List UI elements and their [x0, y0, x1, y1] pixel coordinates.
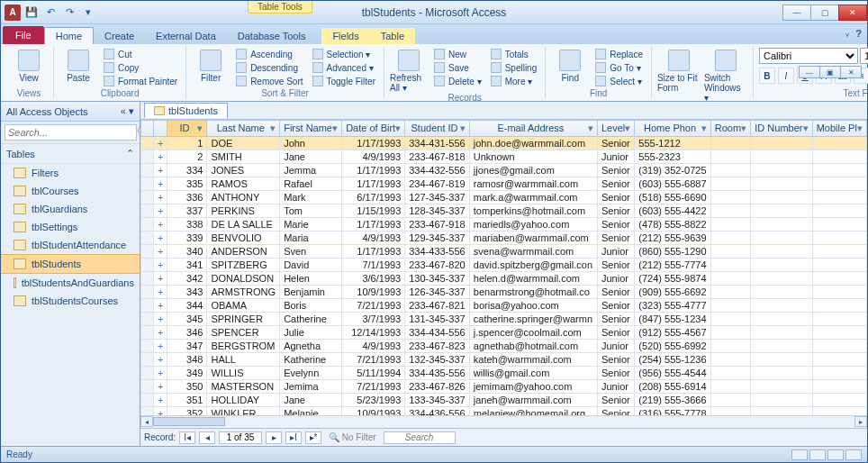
table-row[interactable]: +346SPENCERJulie12/14/1993334-434-556j.s…: [141, 326, 867, 340]
table-row[interactable]: +348HALLKatherine7/21/1993132-345-337kat…: [141, 353, 867, 367]
minimize-button[interactable]: —: [782, 5, 811, 21]
datasheet-view-icon[interactable]: [791, 449, 808, 460]
paste-button[interactable]: Paste: [59, 48, 97, 83]
view-button[interactable]: View: [10, 48, 48, 83]
column-header[interactable]: Mobile Pl ▾: [812, 121, 866, 137]
expand-row-icon[interactable]: +: [154, 177, 167, 191]
scroll-left-button[interactable]: ◂: [140, 416, 153, 427]
column-header[interactable]: E-mail Address ▾: [469, 121, 597, 137]
layout-view-icon[interactable]: [827, 449, 844, 460]
row-selector[interactable]: [141, 326, 154, 340]
nav-item-tblstudentscourses[interactable]: tblStudentsCourses: [1, 292, 140, 310]
expand-row-icon[interactable]: +: [154, 313, 167, 326]
row-selector[interactable]: [141, 407, 154, 416]
advanced-button[interactable]: Advanced ▾: [310, 61, 378, 74]
totals-button[interactable]: Totals: [488, 48, 540, 60]
scroll-thumb[interactable]: [153, 417, 225, 426]
selection-button[interactable]: Selection ▾: [310, 48, 378, 60]
column-header[interactable]: Date of Birt ▾: [342, 121, 405, 137]
column-header[interactable]: Room ▾: [710, 121, 750, 137]
row-selector[interactable]: [141, 272, 154, 286]
expand-row-icon[interactable]: +: [154, 164, 167, 177]
table-row[interactable]: +336ANTHONYMark6/17/1993127-345-337mark.…: [141, 191, 867, 204]
record-search-input[interactable]: [384, 431, 456, 444]
table-row[interactable]: +340ANDERSONSven1/17/1993334-433-556sven…: [141, 245, 867, 259]
row-selector[interactable]: [141, 245, 154, 259]
expand-row-icon[interactable]: +: [154, 191, 167, 204]
record-position-input[interactable]: [219, 431, 262, 444]
font-size-select[interactable]: 11: [860, 48, 868, 64]
tab-database-tools[interactable]: Database Tools: [227, 28, 317, 44]
row-selector[interactable]: [141, 394, 154, 407]
toggle-filter-button[interactable]: Toggle Filter: [310, 75, 378, 87]
table-row[interactable]: +341SPITZBERGDavid7/1/1993233-467-820dav…: [141, 259, 867, 272]
cut-button[interactable]: Cut: [101, 48, 180, 60]
column-dropdown-icon[interactable]: ▾: [741, 123, 746, 134]
table-row[interactable]: +337PERKINSTom1/15/1993128-345-337tomper…: [141, 204, 867, 218]
table-row[interactable]: +350MASTERSONJemima7/21/1993233-467-826j…: [141, 380, 867, 394]
select-button[interactable]: Select ▾: [592, 75, 646, 87]
datasheet-tab[interactable]: tblStudents: [144, 103, 228, 118]
row-selector[interactable]: [141, 353, 154, 367]
spelling-button[interactable]: Spelling: [488, 61, 540, 74]
table-row[interactable]: +2SMITHJane4/9/1993233-467-818UnknownJun…: [141, 150, 867, 164]
row-selector[interactable]: [141, 204, 154, 218]
table-row[interactable]: +342DONALDSONHelen3/6/1993130-345-337hel…: [141, 272, 867, 286]
goto-button[interactable]: Go To ▾: [592, 61, 646, 74]
first-record-button[interactable]: I◂: [179, 431, 195, 444]
column-header[interactable]: Home Phon ▾: [635, 121, 710, 137]
horizontal-scrollbar[interactable]: ◂ ▸: [140, 415, 867, 428]
next-record-button[interactable]: ▸: [266, 431, 282, 444]
expand-row-icon[interactable]: +: [154, 259, 167, 272]
child-close-button[interactable]: ✕: [840, 66, 862, 78]
child-restore-button[interactable]: ▣: [819, 66, 841, 78]
save-record-button[interactable]: Save: [431, 61, 484, 74]
refresh-all-button[interactable]: Refresh All ▾: [390, 48, 428, 93]
ascending-button[interactable]: Ascending: [233, 48, 305, 60]
tab-home[interactable]: Home: [44, 27, 94, 44]
format-painter-button[interactable]: Format Painter: [101, 75, 180, 87]
filter-button[interactable]: Filter: [192, 48, 230, 83]
tab-fields[interactable]: Fields: [321, 28, 369, 44]
section-collapse-icon[interactable]: ⌃: [126, 148, 134, 159]
expand-row-icon[interactable]: +: [154, 204, 167, 218]
expand-row-icon[interactable]: +: [154, 245, 167, 259]
close-button[interactable]: ✕: [838, 5, 867, 21]
tab-create[interactable]: Create: [94, 28, 145, 44]
nav-header[interactable]: All Access Objects« ▾: [1, 102, 140, 122]
expand-row-icon[interactable]: +: [154, 353, 167, 367]
switch-windows-button[interactable]: Switch Windows ▾: [704, 48, 747, 103]
remove-sort-button[interactable]: Remove Sort: [233, 75, 305, 87]
new-record-nav-button[interactable]: ▸*: [305, 431, 321, 444]
column-header[interactable]: Last Name ▾: [207, 121, 280, 137]
tab-table[interactable]: Table: [370, 28, 415, 44]
last-record-button[interactable]: ▸I: [285, 431, 302, 444]
form-view-icon[interactable]: [845, 449, 862, 460]
column-dropdown-icon[interactable]: ▾: [270, 123, 276, 134]
column-dropdown-icon[interactable]: ▾: [701, 123, 707, 134]
select-all-corner[interactable]: [141, 121, 154, 137]
column-dropdown-icon[interactable]: ▾: [395, 123, 401, 134]
column-header[interactable]: First Name ▾: [280, 121, 342, 137]
column-header[interactable]: Student ID ▾: [405, 121, 470, 137]
table-row[interactable]: +345SPRINGERCatherine3/7/1993131-345-337…: [141, 313, 867, 326]
tab-file[interactable]: File: [3, 26, 44, 44]
table-row[interactable]: +334JONESJemma1/17/1993334-432-556jjones…: [141, 164, 867, 177]
bold-button[interactable]: B: [759, 68, 775, 84]
table-row[interactable]: +352WINKLERMelanie10/9/1993334-436-556me…: [141, 407, 867, 416]
table-row[interactable]: +347BERGSTROMAgnetha4/9/1993233-467-823a…: [141, 340, 867, 353]
row-selector[interactable]: [141, 313, 154, 326]
table-row[interactable]: +343ARMSTRONGBenjamin10/9/1993126-345-33…: [141, 286, 867, 299]
expand-row-icon[interactable]: +: [154, 232, 167, 245]
help-icon[interactable]: ?: [855, 28, 862, 39]
table-row[interactable]: +1DOEJohn1/17/1993334-431-556john.doe@wa…: [141, 137, 867, 150]
maximize-button[interactable]: ▢: [810, 5, 839, 21]
undo-icon[interactable]: ↶: [42, 5, 59, 21]
column-dropdown-icon[interactable]: ▾: [803, 123, 809, 134]
datasheet-grid[interactable]: ID ▾Last Name ▾First Name ▾Date of Birt …: [140, 120, 867, 415]
nav-section-tables[interactable]: Tables⌃: [1, 144, 140, 164]
row-selector[interactable]: [141, 137, 154, 150]
table-row[interactable]: +335RAMOSRafael1/17/1993234-467-819ramos…: [141, 177, 867, 191]
row-selector[interactable]: [141, 259, 154, 272]
nav-collapse-icon[interactable]: « ▾: [121, 105, 134, 117]
